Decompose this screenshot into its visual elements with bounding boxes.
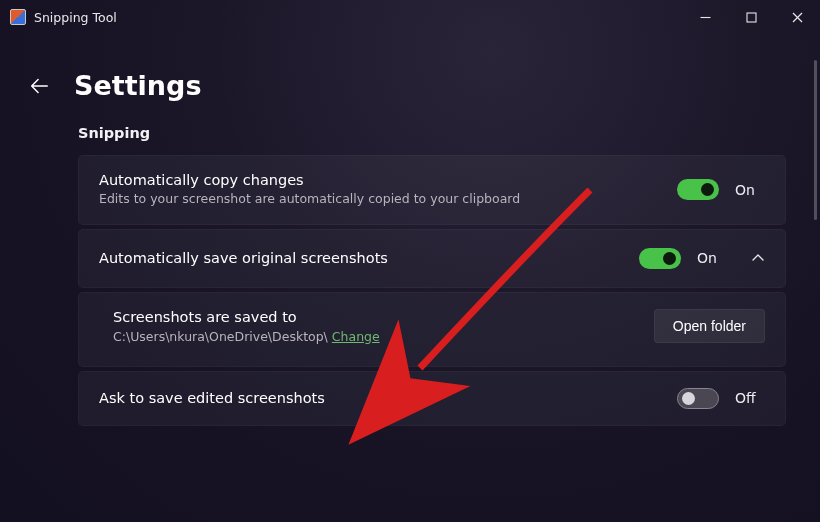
save-location-path-line: C:\Users\nkura\OneDrive\Desktop\Change	[113, 329, 654, 344]
svg-rect-1	[747, 13, 756, 22]
app-icon	[10, 9, 26, 25]
maximize-button[interactable]	[728, 0, 774, 34]
maximize-icon	[746, 12, 757, 23]
close-icon	[792, 12, 803, 23]
settings-content: Snipping Automatically copy changes Edit…	[0, 101, 820, 426]
title-bar: Snipping Tool	[0, 0, 820, 34]
window-title: Snipping Tool	[34, 10, 117, 25]
open-folder-button[interactable]: Open folder	[654, 309, 765, 343]
save-location-path: C:\Users\nkura\OneDrive\Desktop\	[113, 329, 328, 344]
setting-auto-save[interactable]: Automatically save original screenshots …	[78, 229, 786, 288]
save-location-title: Screenshots are saved to	[113, 309, 654, 325]
minimize-icon	[700, 12, 711, 23]
ask-save-edited-state: Off	[735, 390, 765, 406]
auto-save-toggle[interactable]	[639, 248, 681, 269]
chevron-up-icon	[751, 251, 765, 265]
section-label: Snipping	[78, 125, 786, 141]
copy-changes-state: On	[735, 182, 765, 198]
setting-copy-changes-subtitle: Edits to your screenshot are automatical…	[99, 191, 529, 208]
ask-save-edited-title: Ask to save edited screenshots	[99, 390, 677, 406]
scrollbar[interactable]	[814, 60, 817, 220]
window-controls	[682, 0, 820, 34]
back-button[interactable]	[26, 73, 52, 99]
page-header: Settings	[0, 34, 820, 101]
minimize-button[interactable]	[682, 0, 728, 34]
change-location-link[interactable]: Change	[332, 329, 380, 344]
setting-copy-changes-title: Automatically copy changes	[99, 172, 677, 188]
close-button[interactable]	[774, 0, 820, 34]
setting-ask-save-edited: Ask to save edited screenshots Off	[78, 371, 786, 426]
setting-copy-changes: Automatically copy changes Edits to your…	[78, 155, 786, 225]
ask-save-edited-toggle[interactable]	[677, 388, 719, 409]
back-arrow-icon	[28, 75, 50, 97]
setting-auto-save-title: Automatically save original screenshots	[99, 250, 639, 266]
setting-save-location: Screenshots are saved to C:\Users\nkura\…	[78, 292, 786, 367]
auto-save-state: On	[697, 250, 727, 266]
page-title: Settings	[74, 70, 201, 101]
copy-changes-toggle[interactable]	[677, 179, 719, 200]
setting-copy-changes-text: Automatically copy changes Edits to your…	[99, 172, 677, 208]
